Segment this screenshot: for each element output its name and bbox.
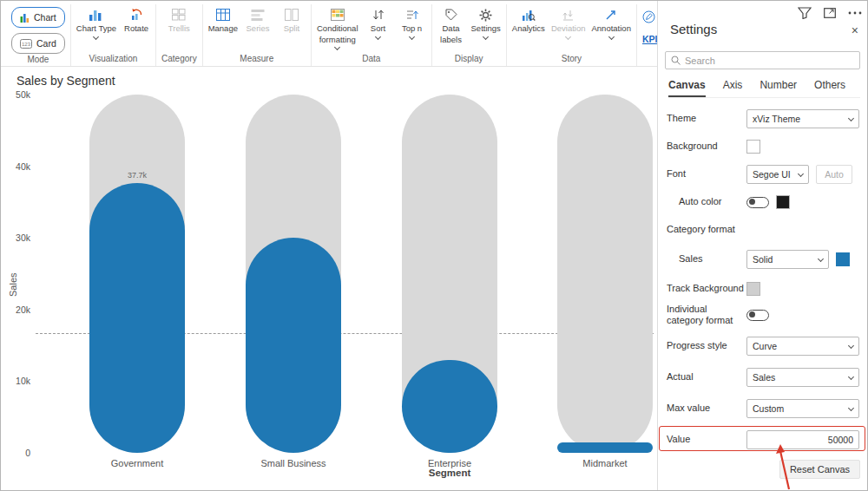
x-axis-category-label: Small Business xyxy=(260,458,326,468)
chart-icon xyxy=(20,10,30,25)
ribbon-group-mode: Chart 123 Card Mode xyxy=(6,4,71,66)
max-value-dropdown[interactable]: Custom xyxy=(746,399,859,418)
chevron-down-icon xyxy=(334,44,340,50)
sort-icon xyxy=(372,7,385,23)
conditional-formatting-button[interactable]: Conditional formatting xyxy=(317,7,358,49)
tab-number[interactable]: Number xyxy=(760,79,797,97)
background-color-swatch[interactable] xyxy=(746,140,760,154)
manage-button[interactable]: Manage xyxy=(208,7,238,34)
search-icon xyxy=(671,56,681,65)
trellis-icon xyxy=(172,7,186,23)
track-background-swatch[interactable] xyxy=(746,282,760,296)
filter-icon[interactable] xyxy=(798,7,812,19)
kpi-label: KPI xyxy=(642,34,658,44)
font-label: Font xyxy=(667,168,686,180)
settings-button[interactable]: Settings xyxy=(471,7,501,39)
more-options-icon[interactable] xyxy=(848,11,862,15)
font-dropdown[interactable]: Segoe UI xyxy=(746,165,809,184)
data-labels-button[interactable]: Data labels xyxy=(437,7,465,44)
row-track-background: Track Background xyxy=(667,278,858,299)
theme-dropdown[interactable]: xViz Theme xyxy=(746,109,859,128)
chart-type-icon xyxy=(89,7,104,23)
font-color-swatch[interactable] xyxy=(776,195,790,209)
individual-format-toggle[interactable] xyxy=(746,310,769,321)
group-label-story: Story xyxy=(562,53,582,66)
chart-type-label: Chart Type xyxy=(76,24,116,34)
row-progress-style: Progress style Curve xyxy=(667,336,858,357)
y-axis-title: Sales xyxy=(8,272,18,297)
max-value-label: Max value xyxy=(667,403,710,414)
actual-label: Actual xyxy=(667,371,694,383)
sales-fill-dropdown[interactable]: Solid xyxy=(746,250,829,269)
chevron-down-icon xyxy=(848,115,854,121)
sales-color-swatch[interactable] xyxy=(836,252,850,266)
close-icon[interactable]: × xyxy=(852,23,858,37)
group-label-visualization: Visualization xyxy=(89,53,137,66)
bar-track[interactable] xyxy=(557,95,653,453)
ribbon-group-data: Conditional formatting Sort Top n Data xyxy=(312,4,432,66)
conditional-formatting-icon xyxy=(331,7,345,23)
bar-fill[interactable] xyxy=(557,442,653,453)
annotation-arrow xyxy=(773,443,796,491)
y-axis-tick-label: 10k xyxy=(4,376,30,386)
panel-tabs: Canvas Axis Number Others xyxy=(668,79,860,98)
edit-circle-button[interactable] xyxy=(642,9,655,24)
group-label-display: Display xyxy=(455,53,483,66)
top-n-icon xyxy=(406,7,418,23)
chevron-down-icon xyxy=(848,343,854,349)
value-input[interactable] xyxy=(746,430,859,449)
x-axis-category-label: Government xyxy=(111,458,164,468)
progress-style-dropdown[interactable]: Curve xyxy=(746,337,859,356)
kpi-button[interactable]: KPI xyxy=(642,34,658,44)
chevron-down-icon xyxy=(848,405,854,411)
auto-color-label: Auto color xyxy=(667,196,722,207)
sort-button[interactable]: Sort xyxy=(365,7,392,39)
y-axis-tick-label: 0 xyxy=(4,448,30,458)
conditional-formatting-label-line1: Conditional xyxy=(317,24,358,34)
y-axis-tick-label: 20k xyxy=(4,304,30,315)
split-icon xyxy=(285,7,299,23)
rotate-button[interactable]: Rotate xyxy=(122,7,150,34)
data-label: 37.7k xyxy=(128,171,147,180)
manage-icon xyxy=(216,7,230,23)
focus-mode-icon[interactable] xyxy=(824,8,836,18)
chevron-down-icon xyxy=(483,34,489,40)
conditional-formatting-label-line2: formatting xyxy=(319,36,356,45)
chevron-down-icon xyxy=(798,171,804,177)
annotation-button[interactable]: Annotation xyxy=(591,7,630,39)
tab-others[interactable]: Others xyxy=(814,79,845,97)
font-size-input[interactable] xyxy=(816,165,852,184)
group-label-mode: Mode xyxy=(27,54,49,67)
max-value-value: Custom xyxy=(753,403,784,414)
chart-title: Sales by Segment xyxy=(16,74,115,88)
card-mode-button[interactable]: 123 Card xyxy=(11,33,65,54)
series-button[interactable]: Series xyxy=(244,7,272,34)
top-n-button[interactable]: Top n xyxy=(398,7,426,39)
background-label: Background xyxy=(667,141,718,152)
chart-mode-button[interactable]: Chart xyxy=(11,7,65,28)
split-button[interactable]: Split xyxy=(278,7,306,34)
ribbon-group-story: Analytics Deviation Annotation Story xyxy=(507,4,637,66)
ribbon: Chart 123 Card Mode Chart Type Rotate xyxy=(1,1,657,67)
bar-fill[interactable] xyxy=(402,360,497,453)
chart-region: Sales by Segment Sales 50k40k30k20k10k03… xyxy=(1,67,657,491)
sales-label: Sales xyxy=(667,253,703,265)
y-axis-tick-label: 50k xyxy=(4,89,30,100)
tab-canvas[interactable]: Canvas xyxy=(668,79,706,97)
auto-color-toggle[interactable] xyxy=(746,197,769,208)
tab-axis[interactable]: Axis xyxy=(723,79,743,97)
theme-label: Theme xyxy=(667,113,696,124)
value-label: Value xyxy=(667,434,690,445)
split-label: Split xyxy=(284,24,299,34)
progress-style-value: Curve xyxy=(753,341,777,351)
analytics-button[interactable]: Analytics xyxy=(512,7,545,34)
bar-fill[interactable] xyxy=(246,238,341,453)
bar-fill[interactable] xyxy=(89,183,185,453)
deviation-button[interactable]: Deviation xyxy=(551,7,586,39)
x-axis-category-label: Midmarket xyxy=(582,458,627,468)
search-input[interactable] xyxy=(685,56,854,66)
trellis-button[interactable]: Trellis xyxy=(165,7,193,34)
actual-dropdown[interactable]: Sales xyxy=(746,368,859,387)
chart-type-button[interactable]: Chart Type xyxy=(76,7,116,39)
track-background-label: Track Background xyxy=(667,283,744,294)
